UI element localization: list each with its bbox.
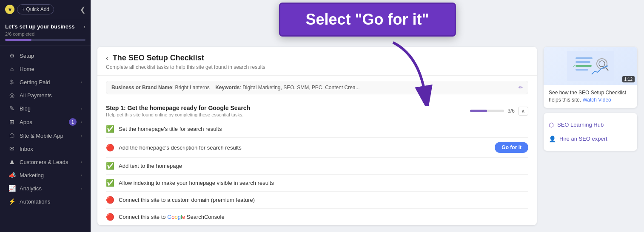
checklist-panel: ‹ The SEO Setup Checklist Complete all c…: [97, 47, 537, 225]
task-text: Connect this site to a custom domain (pr…: [119, 197, 255, 203]
collapse-sidebar-button[interactable]: ❮: [80, 6, 85, 14]
back-button[interactable]: ‹: [106, 54, 108, 62]
sidebar-item-all-payments[interactable]: ◎ All Payments: [3, 89, 88, 102]
inbox-icon: ✉: [9, 145, 15, 152]
chevron-right-icon: ›: [81, 133, 82, 138]
sidebar-logo: ★ + Quick Add: [5, 4, 54, 14]
annotation-text: Select "Go for it": [305, 11, 429, 28]
video-duration: 1:12: [622, 76, 635, 82]
checklist-title: The SEO Setup Checklist: [113, 54, 204, 62]
step-subtitle: Help get this site found online by compl…: [106, 112, 250, 117]
expand-button[interactable]: ∧: [518, 107, 528, 116]
sidebar-item-label: All Payments: [20, 92, 82, 99]
step-header: Step 1: Get the homepage ready for Googl…: [97, 99, 537, 121]
hire-seo-expert-link[interactable]: 👤 Hire an SEO expert: [549, 132, 632, 146]
keywords-value: Digital Marketing, SEO, SMM, PPC, Conten…: [242, 85, 359, 91]
sidebar-item-label: Automations: [20, 198, 82, 205]
task-item: ✅ Add text to the homepage: [106, 158, 528, 175]
hire-seo-icon: 👤: [549, 136, 556, 142]
task-done-icon: ✅: [106, 125, 114, 133]
chevron-right-icon: ›: [81, 186, 82, 191]
keywords-label: Keywords: [215, 85, 239, 91]
edit-icon[interactable]: ✏: [519, 85, 523, 91]
video-thumbnail-svg: ✓: [567, 51, 614, 81]
setup-progress-bar-bg: [5, 39, 85, 41]
sidebar-item-getting-paid[interactable]: $ Getting Paid ›: [3, 76, 88, 88]
task-item: 🔴 Connect this site to Google SearchCons…: [106, 209, 528, 225]
sidebar-item-setup[interactable]: ⚙ Setup: [3, 49, 88, 62]
side-panel: ✓ 1:12 See how the SEO Setup Checklist h…: [544, 47, 637, 225]
sidebar-item-automations[interactable]: ⚡ Automations: [3, 195, 88, 208]
sidebar-item-home[interactable]: ⌂ Home: [3, 62, 88, 75]
sidebar-item-label: Setup: [20, 53, 82, 59]
sidebar-item-label: Customers & Leads: [20, 159, 77, 165]
task-text: Allow indexing to make your homepage vis…: [119, 180, 274, 186]
chevron-right-icon: ›: [81, 173, 82, 178]
setup-title[interactable]: Let's set up your business ›: [5, 23, 85, 30]
task-left: 🔴 Connect this site to a custom domain (…: [106, 196, 255, 204]
task-error-icon: 🔴: [106, 213, 114, 221]
all-payments-icon: ◎: [9, 92, 15, 99]
step-title: Step 1: Get the homepage ready for Googl…: [106, 105, 250, 111]
task-left: 🔴 Add the homepage's description for sea…: [106, 144, 242, 152]
sidebar-item-marketing[interactable]: 📣 Marketing ›: [3, 169, 88, 181]
step-progress: 3/6 ∧: [470, 107, 528, 116]
step-count: 3/6: [507, 108, 515, 114]
link-label: SEO Learning Hub: [557, 122, 604, 128]
task-text: Set the homepage's title for search resu…: [119, 126, 222, 132]
setup-subtitle: 2/6 completed: [5, 31, 85, 37]
step-info: Step 1: Get the homepage ready for Googl…: [106, 105, 250, 117]
main-content: Select "Go for it" ‹ The SEO Setup Check…: [91, 0, 644, 232]
info-bar: Business or Brand Name: Bright Lanterns …: [106, 81, 528, 94]
sidebar-item-inbox[interactable]: ✉ Inbox: [3, 142, 88, 155]
sidebar-header: ★ + Quick Add ❮: [0, 0, 91, 19]
chevron-right-icon: ›: [81, 160, 82, 164]
step-progress-bar: [470, 110, 504, 112]
task-text: Add the homepage's description for searc…: [119, 144, 242, 151]
quick-add-button[interactable]: + Quick Add: [17, 4, 54, 14]
go-for-it-button[interactable]: Go for it: [495, 142, 528, 153]
svg-rect-5: [576, 69, 588, 71]
customers-leads-icon: ♟: [9, 158, 15, 165]
task-item: 🔴 Connect this site to a custom domain (…: [106, 192, 528, 209]
getting-paid-icon: $: [9, 79, 15, 85]
chevron-right-icon: ›: [81, 80, 82, 85]
svg-rect-3: [576, 61, 590, 63]
task-left: ✅ Allow indexing to make your homepage v…: [106, 179, 274, 187]
seo-hub-icon: ⬡: [549, 122, 554, 128]
business-label: Business or Brand Name: [111, 85, 172, 91]
sidebar-item-blog[interactable]: ✎ Blog ›: [3, 102, 88, 115]
apps-badge: 1: [69, 118, 77, 126]
chevron-right-icon: ›: [81, 120, 82, 124]
seo-learning-hub-link[interactable]: ⬡ SEO Learning Hub: [549, 118, 632, 132]
svg-rect-4: [576, 65, 592, 67]
home-icon: ⌂: [9, 65, 15, 72]
info-bar-content: Business or Brand Name: Bright Lanterns …: [111, 85, 360, 91]
sidebar-item-apps[interactable]: ⊞ Apps 1 ›: [3, 115, 88, 129]
watch-video-link[interactable]: Watch Video: [582, 97, 611, 103]
task-left: ✅ Set the homepage's title for search re…: [106, 125, 222, 133]
sidebar-item-analytics[interactable]: 📈 Analytics ›: [3, 182, 88, 195]
setup-section: Let's set up your business › 2/6 complet…: [0, 19, 91, 45]
sidebar-item-customers-leads[interactable]: ♟ Customers & Leads ›: [3, 156, 88, 168]
sidebar-item-site-mobile[interactable]: ⬡ Site & Mobile App ›: [3, 129, 88, 142]
video-thumbnail[interactable]: ✓ 1:12: [544, 47, 637, 85]
task-done-icon: ✅: [106, 179, 114, 187]
task-done-icon: ✅: [106, 162, 114, 170]
video-info: See how the SEO Setup Checklist helps th…: [544, 85, 637, 108]
task-text: Connect this site to Google SearchConsol…: [119, 214, 225, 220]
quick-add-label: + Quick Add: [22, 6, 49, 12]
google-search-console-text: Google SearchConsole: [167, 214, 224, 220]
task-error-icon: 🔴: [106, 144, 114, 152]
links-card: ⬡ SEO Learning Hub 👤 Hire an SEO expert: [544, 113, 637, 151]
blog-icon: ✎: [9, 105, 15, 112]
svg-text:✓: ✓: [573, 64, 576, 68]
sidebar: ★ + Quick Add ❮ Let's set up your busine…: [0, 0, 91, 232]
apps-icon: ⊞: [9, 119, 15, 125]
marketing-icon: 📣: [9, 172, 15, 178]
video-card: ✓ 1:12 See how the SEO Setup Checklist h…: [544, 47, 637, 108]
step-progress-fill: [470, 110, 487, 112]
checklist-subtitle: Complete all checklist tasks to help thi…: [106, 64, 528, 70]
checklist-header: ‹ The SEO Setup Checklist Complete all c…: [97, 47, 537, 76]
svg-rect-2: [576, 57, 593, 59]
